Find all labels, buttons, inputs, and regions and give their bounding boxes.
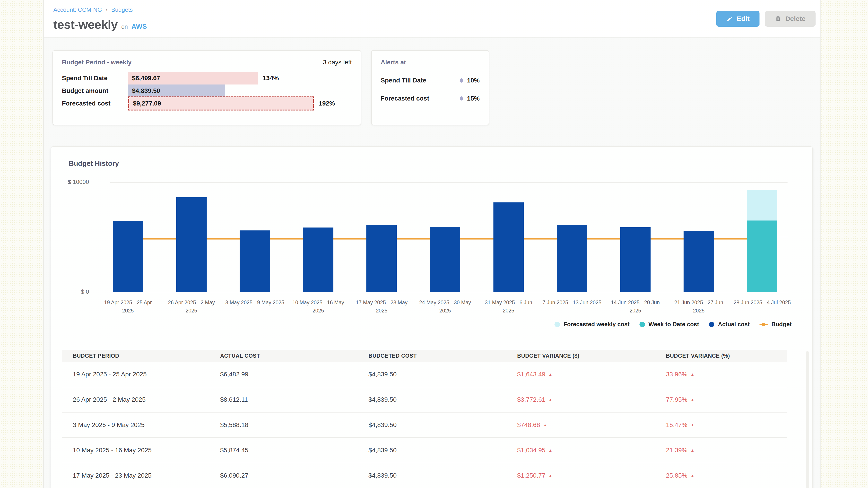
page-title: test-weekly <box>53 18 118 31</box>
table-row[interactable]: 3 May 2025 - 9 May 2025 $5,588.18 $4,839… <box>62 413 787 438</box>
legend-actual-cost[interactable]: Actual cost <box>709 321 749 328</box>
title-connector: on <box>121 23 128 30</box>
cell-budgeted: $4,839.50 <box>358 396 506 403</box>
actual-cost-bar <box>430 227 460 292</box>
actual-cost-bar <box>493 202 524 292</box>
increase-triangle-icon: ▲ <box>549 448 553 453</box>
header-buttons: Edit Delete <box>716 11 815 27</box>
delete-button[interactable]: Delete <box>765 11 815 27</box>
alert-spend-value: 10% <box>467 77 480 84</box>
table-row[interactable]: 26 Apr 2025 - 2 May 2025 $8,612.11 $4,83… <box>62 387 787 413</box>
cell-period: 26 Apr 2025 - 2 May 2025 <box>62 396 209 403</box>
forecasted-cost-bar: $9,277.09 <box>128 96 314 110</box>
legend-forecasted-weekly-cost[interactable]: Forecasted weekly cost <box>555 321 629 328</box>
x-axis-label: 26 Apr 2025 - 2 May 2025 <box>162 299 221 315</box>
title-row: test-weekly on AWS <box>53 18 820 31</box>
alerts-title: Alerts at <box>381 59 406 66</box>
y-axis-tick-10000: $ 10000 <box>59 178 89 186</box>
page-card: Account: CCM-NG › Budgets test-weekly on… <box>43 0 820 488</box>
cell-actual: $5,874.45 <box>209 447 358 454</box>
budget-amount-value: $4,839.50 <box>128 87 160 94</box>
x-axis-line <box>110 292 787 292</box>
cell-variance-pct: 77.95%▲ <box>655 396 787 403</box>
bell-icon <box>458 77 464 84</box>
budget-amount-bar: $4,839.50 <box>128 85 225 97</box>
table-row[interactable]: 19 Apr 2025 - 25 Apr 2025 $6,482.99 $4,8… <box>62 362 787 387</box>
edit-button[interactable]: Edit <box>716 11 760 27</box>
budget-period-card: Budget Period - weekly 3 days left Spend… <box>53 50 361 125</box>
alert-forecast-label: Forecasted cost <box>381 95 429 102</box>
increase-triangle-icon: ▲ <box>690 423 694 427</box>
col-budget-period: BUDGET PERIOD <box>62 353 209 359</box>
breadcrumb-separator-icon: › <box>105 6 107 13</box>
cell-variance-usd: $3,772.61▲ <box>506 396 655 403</box>
cell-actual: $6,482.99 <box>209 371 358 378</box>
table-row[interactable]: 10 May 2025 - 16 May 2025 $5,874.45 $4,8… <box>62 438 787 463</box>
actual-cost-bar <box>303 228 333 292</box>
cell-period: 3 May 2025 - 9 May 2025 <box>62 421 209 429</box>
budget-line-swatch-icon <box>760 324 768 325</box>
budget-amount-row: Budget amount $4,839.50 <box>62 85 352 97</box>
alert-spend-label: Spend Till Date <box>381 77 426 84</box>
alert-forecast-row: Forecasted cost 15% <box>381 95 480 102</box>
cell-actual: $5,588.18 <box>209 421 358 429</box>
actual-cost-bar <box>684 231 714 292</box>
cell-variance-usd: $748.68▲ <box>506 421 655 429</box>
cell-variance-usd: $1,034.95▲ <box>506 447 655 454</box>
legend-week-to-date-cost[interactable]: Week to Date cost <box>640 321 699 328</box>
bell-icon <box>458 96 464 101</box>
cell-budgeted: $4,839.50 <box>358 447 506 454</box>
col-budget-variance-pct: BUDGET VARIANCE (%) <box>655 353 787 359</box>
breadcrumb-account-link[interactable]: Account: CCM-NG <box>53 6 102 13</box>
increase-triangle-icon: ▲ <box>543 423 547 427</box>
spend-till-date-row: Spend Till Date $6,499.67 134% <box>62 72 352 85</box>
cell-period: 19 Apr 2025 - 25 Apr 2025 <box>62 371 209 378</box>
x-axis-label: 14 Jun 2025 - 20 Jun 2025 <box>606 299 665 315</box>
table-row[interactable]: 17 May 2025 - 23 May 2025 $6,090.27 $4,8… <box>62 463 787 488</box>
x-axis-label: 28 Jun 2025 - 4 Jul 2025 <box>733 299 792 307</box>
spend-till-date-bar: $6,499.67 <box>128 72 258 85</box>
table-header-row: BUDGET PERIOD ACTUAL COST BUDGETED COST … <box>62 350 787 362</box>
cell-period: 17 May 2025 - 23 May 2025 <box>62 472 209 479</box>
cell-budgeted: $4,839.50 <box>358 371 506 378</box>
breadcrumb: Account: CCM-NG › Budgets <box>53 6 820 13</box>
actual-cost-bar <box>620 227 651 292</box>
x-axis-label: 19 Apr 2025 - 25 Apr 2025 <box>98 299 158 315</box>
week-to-date-swatch-icon <box>640 322 645 327</box>
budget-history-table: BUDGET PERIOD ACTUAL COST BUDGETED COST … <box>62 350 787 488</box>
table-scrollbar[interactable] <box>806 351 809 488</box>
edit-button-label: Edit <box>737 15 749 23</box>
cell-actual: $8,612.11 <box>209 396 358 403</box>
increase-triangle-icon: ▲ <box>690 398 694 402</box>
breadcrumb-budgets-link[interactable]: Budgets <box>111 6 133 13</box>
forecasted-cost-value: $9,277.09 <box>129 100 161 107</box>
x-axis-label: 17 May 2025 - 23 May 2025 <box>352 299 411 315</box>
cell-budgeted: $4,839.50 <box>358 421 506 429</box>
pencil-icon <box>726 15 733 22</box>
forecast-swatch-icon <box>555 322 560 327</box>
actual-cost-swatch-icon <box>709 322 714 327</box>
cell-period: 10 May 2025 - 16 May 2025 <box>62 447 209 454</box>
col-budgeted-cost: BUDGETED COST <box>358 353 506 359</box>
actual-cost-bar <box>176 197 207 292</box>
x-axis-labels: 19 Apr 2025 - 25 Apr 202526 Apr 2025 - 2… <box>51 299 812 319</box>
alert-spend-row: Spend Till Date 10% <box>381 77 480 84</box>
days-left-label: 3 days left <box>323 59 352 66</box>
x-axis-label: 31 May 2025 - 6 Jun 2025 <box>479 299 538 315</box>
actual-cost-bar <box>557 225 587 292</box>
increase-triangle-icon: ▲ <box>690 372 694 377</box>
trash-icon <box>775 15 781 22</box>
x-axis-label: 24 May 2025 - 30 May 2025 <box>415 299 475 315</box>
cell-variance-pct: 33.96%▲ <box>655 371 787 378</box>
x-axis-label: 7 Jun 2025 - 13 Jun 2025 <box>542 299 602 307</box>
increase-triangle-icon: ▲ <box>549 398 553 402</box>
alert-forecast-value: 15% <box>467 95 480 102</box>
spend-till-date-pct: 134% <box>263 74 279 82</box>
y-axis-tick-0: $ 0 <box>59 288 89 295</box>
forecasted-weekly-bar <box>747 190 777 221</box>
increase-triangle-icon: ▲ <box>690 448 694 453</box>
legend-budget[interactable]: Budget <box>760 321 792 328</box>
col-actual-cost: ACTUAL COST <box>209 353 358 359</box>
page-content: Budget Period - weekly 3 days left Spend… <box>44 37 820 488</box>
budget-amount-label: Budget amount <box>62 87 128 94</box>
